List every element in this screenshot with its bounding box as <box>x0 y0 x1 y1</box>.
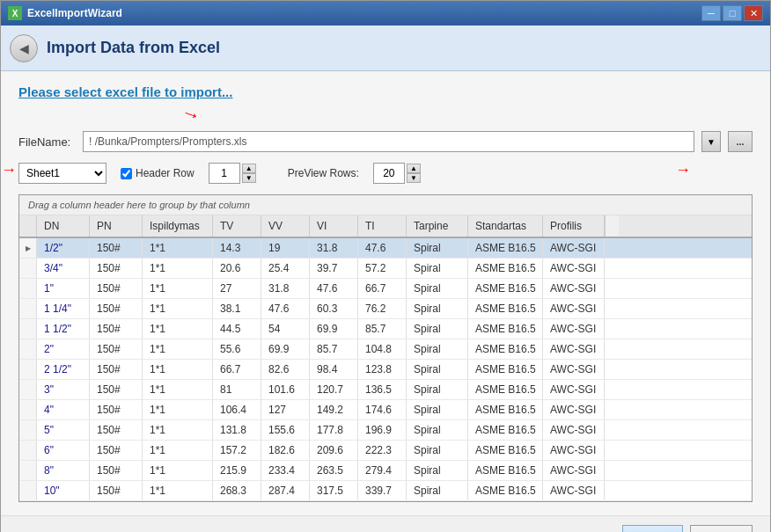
preview-rows-spin-down[interactable]: ▼ <box>407 173 421 183</box>
row-indicator <box>19 259 37 278</box>
filename-row: FileName: ▼ ... <box>18 131 753 152</box>
header-row-spin-down[interactable]: ▼ <box>242 173 256 183</box>
row-indicator <box>19 481 37 500</box>
preview-rows-spin-up[interactable]: ▲ <box>407 164 421 173</box>
col-header-dn[interactable]: DN <box>37 215 90 237</box>
header-row-checkbox-label: Header Row <box>121 167 195 179</box>
col-header-tarpine[interactable]: Tarpine <box>407 215 468 237</box>
table-cell: Spiral <box>407 400 468 419</box>
table-cell: AWC-SGI <box>543 259 605 278</box>
browse-button[interactable]: ... <box>728 131 753 152</box>
table-cell: AWC-SGI <box>543 319 605 339</box>
table-cell: ASME B16.5 <box>468 259 543 278</box>
col-header-standartas[interactable]: Standartas <box>468 215 543 237</box>
table-row[interactable]: 8"150#1*1215.9233.4263.5279.4SpiralASME … <box>19 461 752 481</box>
minimize-button[interactable]: ─ <box>701 5 721 21</box>
sheet-select[interactable]: Sheet1 <box>18 163 106 184</box>
table-row[interactable]: 3"150#1*181101.6120.7136.5SpiralASME B16… <box>19 380 752 400</box>
table-cell: Spiral <box>407 238 468 258</box>
row-indicator <box>19 299 37 318</box>
back-button[interactable]: ◀ <box>10 34 38 62</box>
table-cell: ASME B16.5 <box>468 279 543 298</box>
table-row[interactable]: 2 1/2"150#1*166.782.698.4123.8SpiralASME… <box>19 360 752 380</box>
header-row-spin-up[interactable]: ▲ <box>242 164 256 173</box>
table-row[interactable]: 3/4"150#1*120.625.439.757.2SpiralASME B1… <box>19 259 752 279</box>
table-cell: 10" <box>37 481 90 500</box>
table-row[interactable]: 2"150#1*155.669.985.7104.8SpiralASME B16… <box>19 339 752 360</box>
arrow-annotation-2: → <box>1 161 17 179</box>
col-header-ispildymas[interactable]: Ispildymas <box>143 215 213 237</box>
col-header-pn[interactable]: PN <box>90 215 143 237</box>
table-cell: 3" <box>37 380 90 399</box>
table-cell: 1*1 <box>143 380 213 399</box>
col-header-vv[interactable]: VV <box>261 215 310 237</box>
table-row[interactable]: 4"150#1*1106.4127149.2174.6SpiralASME B1… <box>19 400 752 420</box>
table-cell: 1*1 <box>143 461 213 480</box>
col-header-vi[interactable]: VI <box>310 215 358 237</box>
table-cell: AWC-SGI <box>543 400 605 419</box>
table-cell: 8" <box>37 461 90 480</box>
header-row-value[interactable] <box>209 163 240 184</box>
table-cell: ASME B16.5 <box>468 420 543 440</box>
table-cell: 85.7 <box>310 339 358 359</box>
filename-label: FileName: <box>18 135 76 149</box>
table-cell: 106.4 <box>213 400 261 419</box>
close-button[interactable]: ✕ <box>744 5 763 21</box>
table-cell: Spiral <box>407 481 468 500</box>
cancel-button[interactable]: Cancel <box>690 525 753 532</box>
table-cell: 66.7 <box>358 279 407 298</box>
header-row-checkbox[interactable] <box>121 168 132 179</box>
row-indicator <box>19 238 37 258</box>
table-cell: 155.6 <box>261 420 310 440</box>
table-cell: 157.2 <box>213 441 261 460</box>
table-cell: ASME B16.5 <box>468 319 543 339</box>
footer: Next > Cancel <box>1 515 770 532</box>
preview-rows-value[interactable] <box>373 163 405 184</box>
table-row[interactable]: 6"150#1*1157.2182.6209.6222.3SpiralASME … <box>19 441 752 461</box>
table-cell: 150# <box>90 319 143 339</box>
table-cell: Spiral <box>407 279 468 298</box>
table-cell: Spiral <box>407 339 468 359</box>
col-header-ti[interactable]: TI <box>358 215 407 237</box>
col-header-tv[interactable]: TV <box>213 215 261 237</box>
table-cell: 31.8 <box>261 279 310 298</box>
table-cell: 69.9 <box>261 339 310 359</box>
row-indicator-header <box>19 215 37 237</box>
filename-input[interactable] <box>83 131 694 152</box>
table-cell: 1*1 <box>143 339 213 359</box>
table-row[interactable]: 1 1/2"150#1*144.55469.985.7SpiralASME B1… <box>19 319 752 339</box>
table-cell: 1*1 <box>143 400 213 419</box>
table-cell: 3/4" <box>37 259 90 278</box>
table-cell: 1*1 <box>143 238 213 258</box>
next-button[interactable]: Next > <box>622 525 683 532</box>
table-row[interactable]: 5"150#1*1131.8155.6177.8196.9SpiralASME … <box>19 420 752 441</box>
row-indicator <box>19 461 37 480</box>
table-row[interactable]: 10"150#1*1268.3287.4317.5339.7SpiralASME… <box>19 481 752 501</box>
table-cell: 101.6 <box>261 380 310 399</box>
filename-dropdown-button[interactable]: ▼ <box>701 131 721 152</box>
table-row[interactable]: 1 1/4"150#1*138.147.660.376.2SpiralASME … <box>19 299 752 319</box>
table-cell: 19 <box>261 238 310 258</box>
table-cell: 85.7 <box>358 319 407 339</box>
table-cell: ASME B16.5 <box>468 360 543 379</box>
col-header-profilis[interactable]: Profilis <box>543 215 605 237</box>
table-cell: 136.5 <box>358 380 407 399</box>
table-cell: 31.8 <box>310 238 358 258</box>
table-cell: ASME B16.5 <box>468 238 543 258</box>
scrollbar-header <box>605 215 619 237</box>
options-row: → Sheet1 Header Row ▲ ▼ PreView Rows: → <box>18 163 753 184</box>
table-row[interactable]: 1/2"150#1*114.31931.847.6SpiralASME B16.… <box>19 238 752 259</box>
table-cell: 287.4 <box>261 481 310 500</box>
table-cell: Spiral <box>407 441 468 460</box>
table-cell: 150# <box>90 279 143 298</box>
table-cell: 98.4 <box>310 360 358 379</box>
table-cell: Spiral <box>407 259 468 278</box>
table-cell: 222.3 <box>358 441 407 460</box>
table-cell: 39.7 <box>310 259 358 278</box>
table-cell: 120.7 <box>310 380 358 399</box>
table-cell: 1*1 <box>143 481 213 500</box>
table-row[interactable]: 1"150#1*12731.847.666.7SpiralASME B16.5A… <box>19 279 752 299</box>
maximize-button[interactable]: □ <box>723 5 742 21</box>
table-cell: AWC-SGI <box>543 461 605 480</box>
table-cell: 60.3 <box>310 299 358 318</box>
